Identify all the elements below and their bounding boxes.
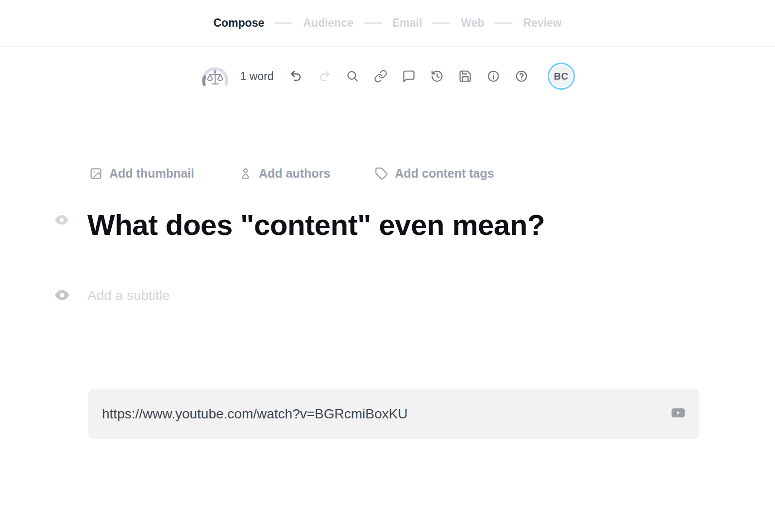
add-thumbnail-label: Add thumbnail — [109, 166, 194, 181]
embed-url: https://www.youtube.com/watch?v=BGRcmiBo… — [102, 406, 671, 422]
step-review[interactable]: Review — [523, 17, 561, 30]
add-thumbnail-button[interactable]: Add thumbnail — [89, 166, 194, 181]
search-icon[interactable] — [346, 69, 359, 83]
word-count: 1 word — [240, 70, 273, 83]
history-icon[interactable] — [430, 69, 444, 83]
subtitle-visibility-eye-icon[interactable] — [54, 288, 70, 303]
step-compose[interactable]: Compose — [213, 17, 264, 30]
avatar[interactable]: BC — [548, 63, 575, 90]
save-icon[interactable] — [458, 69, 472, 83]
step-email[interactable]: Email — [392, 17, 422, 30]
readability-gauge-icon[interactable] — [200, 65, 230, 88]
info-icon[interactable] — [487, 69, 500, 83]
step-web[interactable]: Web — [461, 17, 484, 30]
step-divider — [494, 22, 513, 24]
youtube-icon — [671, 406, 686, 421]
add-authors-button[interactable]: Add authors — [239, 166, 330, 181]
add-authors-label: Add authors — [259, 166, 330, 181]
help-icon[interactable] — [515, 69, 528, 83]
title-row: What does "content" even mean? — [0, 208, 775, 243]
step-divider — [432, 22, 451, 24]
stepper-nav: Compose Audience Email Web Review — [213, 17, 561, 30]
youtube-embed-card[interactable]: https://www.youtube.com/watch?v=BGRcmiBo… — [88, 389, 699, 439]
undo-icon[interactable] — [289, 69, 303, 83]
redo-icon[interactable] — [318, 69, 331, 83]
editor-toolbar: 1 word — [0, 63, 775, 90]
subtitle-row: Add a subtitle — [0, 286, 775, 305]
compose-page: Compose Audience Email Web Review — [0, 0, 775, 532]
title-visibility-eye-icon[interactable] — [54, 214, 69, 228]
step-audience[interactable]: Audience — [303, 17, 354, 30]
person-icon — [239, 167, 252, 180]
tag-icon — [375, 167, 388, 180]
add-content-tags-button[interactable]: Add content tags — [375, 166, 494, 181]
stepper-header: Compose Audience Email Web Review — [0, 0, 775, 47]
avatar-initials: BC — [551, 66, 572, 87]
subtitle-input-placeholder[interactable]: Add a subtitle — [87, 288, 170, 303]
add-content-tags-label: Add content tags — [395, 166, 494, 181]
comment-icon[interactable] — [402, 69, 416, 83]
step-divider — [274, 22, 293, 24]
post-meta-actions: Add thumbnail Add authors Add content ta… — [0, 166, 775, 181]
post-title-input[interactable]: What does "content" even mean? — [87, 208, 545, 243]
image-icon — [89, 167, 102, 180]
step-divider — [364, 22, 382, 24]
link-icon[interactable] — [374, 69, 388, 83]
